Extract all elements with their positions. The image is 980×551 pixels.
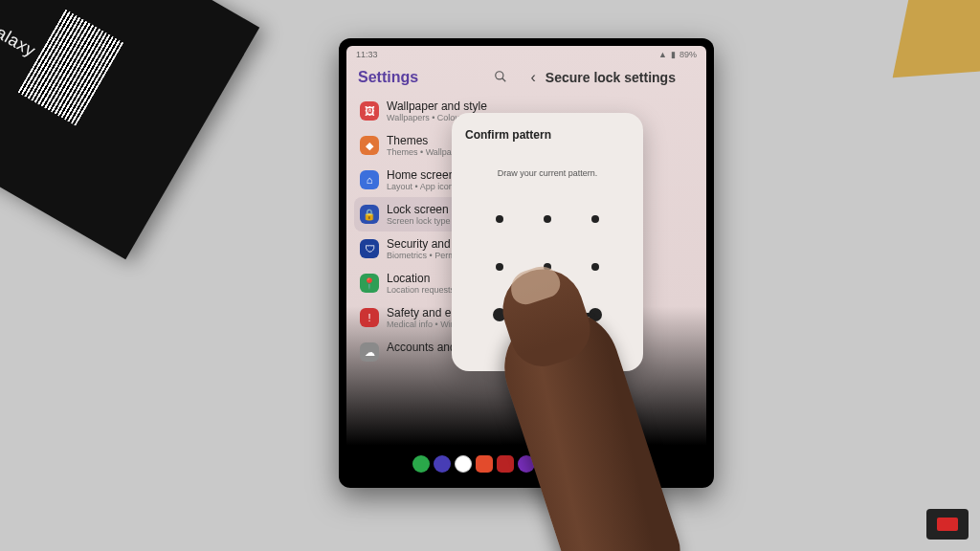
wooden-object: [872, 0, 980, 111]
location-icon: 📍: [360, 274, 379, 293]
svg-point-0: [496, 71, 503, 78]
wallpaper-icon: 🖼: [360, 101, 379, 121]
search-icon[interactable]: [494, 70, 507, 86]
detail-title: Secure lock settings: [546, 70, 676, 85]
settings-header: Settings: [346, 61, 519, 92]
dock-app-flipboard[interactable]: [476, 455, 493, 473]
channel-icon: [926, 509, 969, 540]
dock-app-phone[interactable]: [412, 455, 430, 473]
dock-app-youtube[interactable]: [497, 455, 514, 473]
svg-line-1: [502, 77, 506, 81]
pattern-dot[interactable]: [591, 263, 599, 271]
wifi-icon: ▲: [658, 50, 667, 59]
dialog-subtitle: Draw your current pattern.: [465, 168, 630, 178]
pattern-dot[interactable]: [591, 215, 599, 223]
back-icon[interactable]: ‹: [530, 69, 535, 86]
status-bar: 11:33 ▲ ▮ 89%: [346, 46, 706, 61]
pattern-dot[interactable]: [496, 215, 503, 223]
lock-icon: 🔒: [360, 205, 379, 224]
accounts-icon: ☁: [360, 342, 379, 362]
shield-icon: 🛡: [360, 239, 379, 258]
signal-icon: ▮: [671, 50, 676, 59]
dock-app-messages[interactable]: [434, 455, 451, 473]
product-box: Galaxy Z Fold6: [0, 0, 259, 259]
safety-icon: !: [360, 308, 379, 327]
status-right: ▲ ▮ 89%: [658, 50, 697, 59]
themes-icon: ◆: [360, 136, 379, 155]
settings-title: Settings: [358, 69, 418, 86]
status-time: 11:33: [356, 50, 378, 59]
settings-item-label: Location: [387, 272, 455, 285]
dock-app-chrome[interactable]: [455, 455, 472, 473]
pattern-dot[interactable]: [544, 215, 551, 223]
dialog-title: Confirm pattern: [465, 128, 630, 142]
settings-item-label: Wallpaper and style: [387, 99, 491, 113]
pattern-dot[interactable]: [496, 263, 503, 271]
home-screen-icon: ⌂: [360, 170, 379, 189]
barcode-icon: [18, 10, 124, 126]
settings-item-sub: Location requests: [387, 285, 455, 295]
detail-header: ‹ Secure lock settings: [519, 61, 706, 92]
battery-text: 89%: [679, 50, 697, 59]
